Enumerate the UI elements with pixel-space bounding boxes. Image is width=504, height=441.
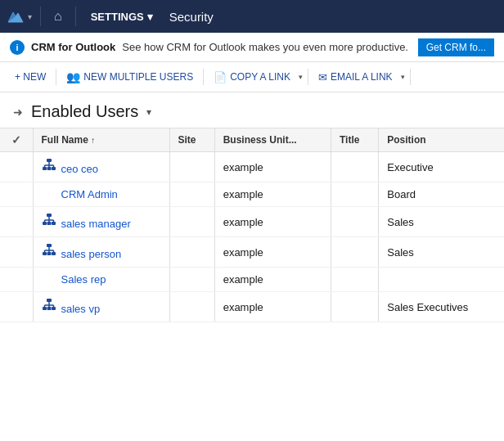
position-label: Position [387, 134, 425, 146]
table-row[interactable]: CRM AdminexampleBoard [0, 182, 504, 207]
toolbar-divider-2 [203, 69, 204, 85]
row-checkbox-cell [0, 292, 33, 322]
row-position-cell [379, 268, 504, 292]
full-name-label: Full Name [42, 134, 88, 146]
row-full-name-cell: sales vp [33, 292, 169, 322]
nav-divider-2 [75, 7, 76, 26]
app-logo [7, 7, 25, 25]
row-title-cell [331, 292, 379, 322]
email-link-label: EMAIL A LINK [331, 71, 393, 83]
svg-rect-4 [47, 167, 51, 170]
copy-link-button[interactable]: 📄 COPY A LINK [209, 68, 295, 87]
row-title-cell [331, 207, 379, 237]
row-title-cell [331, 268, 379, 292]
svg-rect-22 [47, 252, 51, 255]
row-full-name-cell: sales person [33, 237, 169, 268]
svg-rect-29 [47, 299, 52, 302]
table-row[interactable]: sales vpexampleSales Executives [0, 292, 504, 322]
row-position-cell: Sales Executives [379, 292, 504, 322]
logo-chevron-icon[interactable]: ▾ [28, 12, 32, 21]
section-chevron-icon[interactable]: ▾ [146, 106, 151, 118]
sort-asc-icon: ↑ [91, 136, 95, 145]
new-multiple-users-button[interactable]: 👥 NEW MULTIPLE USERS [61, 67, 198, 87]
user-org-icon [42, 161, 56, 175]
settings-label: SETTINGS [91, 11, 144, 23]
home-icon[interactable]: ⌂ [49, 6, 67, 27]
svg-rect-5 [52, 167, 56, 170]
svg-rect-3 [43, 167, 47, 170]
copy-link-label: COPY A LINK [230, 71, 290, 83]
row-site-cell [169, 182, 214, 207]
table-row[interactable]: sales personexampleSales [0, 237, 504, 268]
row-full-name-cell: CRM Admin [33, 182, 169, 207]
row-checkbox-cell [0, 207, 33, 237]
toolbar-divider-3 [308, 69, 308, 85]
user-name-link[interactable]: CRM Admin [61, 188, 118, 200]
email-icon: ✉ [318, 71, 327, 83]
site-column-header[interactable]: Site [169, 128, 214, 152]
user-name-link[interactable]: ceo ceo [61, 163, 99, 175]
user-name-link[interactable]: Sales rep [61, 273, 106, 286]
page-title: Security [169, 10, 214, 24]
svg-rect-2 [47, 159, 52, 162]
user-name-link[interactable]: sales vp [61, 303, 101, 315]
table-header-row: ✓ Full Name ↑ Site Business Unit... Titl… [0, 128, 504, 152]
row-checkbox-cell [0, 182, 33, 207]
user-name-link[interactable]: sales manager [61, 218, 131, 230]
row-business-unit-cell: example [214, 207, 331, 237]
section-title: Enabled Users [31, 102, 138, 121]
table-row[interactable]: sales managerexampleSales [0, 207, 504, 237]
row-business-unit-cell: example [214, 268, 331, 292]
user-name-link[interactable]: sales person [61, 248, 122, 260]
title-column-header[interactable]: Title [331, 128, 379, 152]
toolbar: + NEW 👥 NEW MULTIPLE USERS 📄 COPY A LINK… [0, 62, 504, 92]
table-row[interactable]: ceo ceoexampleExecutive [0, 152, 504, 182]
position-column-header[interactable]: Position [379, 128, 504, 152]
settings-menu-button[interactable]: SETTINGS ▾ [84, 7, 160, 26]
checkbox-column-header[interactable]: ✓ [0, 128, 33, 152]
settings-chevron-icon: ▾ [147, 11, 153, 23]
row-position-cell: Executive [379, 152, 504, 182]
new-multiple-label: NEW MULTIPLE USERS [83, 71, 193, 83]
svg-rect-30 [43, 307, 47, 310]
copy-link-chevron-icon[interactable]: ▾ [299, 73, 303, 81]
row-full-name-cell: Sales rep [33, 268, 169, 292]
title-label: Title [340, 134, 359, 146]
new-label: + NEW [15, 71, 46, 83]
row-full-name-cell: ceo ceo [33, 152, 169, 182]
row-checkbox-cell [0, 268, 33, 292]
table-row[interactable]: Sales repexample [0, 268, 504, 292]
svg-rect-31 [47, 307, 51, 310]
info-icon: i [10, 40, 25, 55]
crm-banner: i CRM for Outlook See how CRM for Outloo… [0, 33, 504, 62]
check-all-icon: ✓ [11, 133, 21, 146]
svg-marker-0 [8, 12, 23, 22]
row-business-unit-cell: example [214, 237, 331, 268]
email-link-button[interactable]: ✉ EMAIL A LINK [313, 68, 398, 87]
user-org-icon [42, 216, 56, 230]
row-title-cell [331, 152, 379, 182]
user-table: ✓ Full Name ↑ Site Business Unit... Titl… [0, 128, 504, 322]
banner-title: CRM for Outlook [31, 41, 115, 53]
svg-rect-12 [43, 222, 47, 225]
svg-rect-21 [43, 252, 47, 255]
top-navigation: ▾ ⌂ SETTINGS ▾ Security [0, 0, 504, 33]
user-org-icon [42, 246, 56, 260]
email-link-chevron-icon[interactable]: ▾ [401, 73, 405, 81]
svg-rect-11 [47, 214, 52, 217]
row-full-name-cell: sales manager [33, 207, 169, 237]
svg-rect-32 [52, 307, 56, 310]
row-business-unit-cell: example [214, 152, 331, 182]
row-site-cell [169, 268, 214, 292]
get-crm-button[interactable]: Get CRM fo... [418, 38, 494, 56]
row-title-cell [331, 182, 379, 207]
svg-rect-23 [52, 252, 56, 255]
row-business-unit-cell: example [214, 292, 331, 322]
section-header: ➜ Enabled Users ▾ [0, 92, 504, 128]
full-name-column-header[interactable]: Full Name ↑ [33, 128, 169, 152]
toolbar-divider-4 [410, 69, 411, 85]
business-unit-column-header[interactable]: Business Unit... [214, 128, 331, 152]
row-title-cell [331, 237, 379, 268]
new-button[interactable]: + NEW [10, 68, 51, 86]
row-position-cell: Board [379, 182, 504, 207]
